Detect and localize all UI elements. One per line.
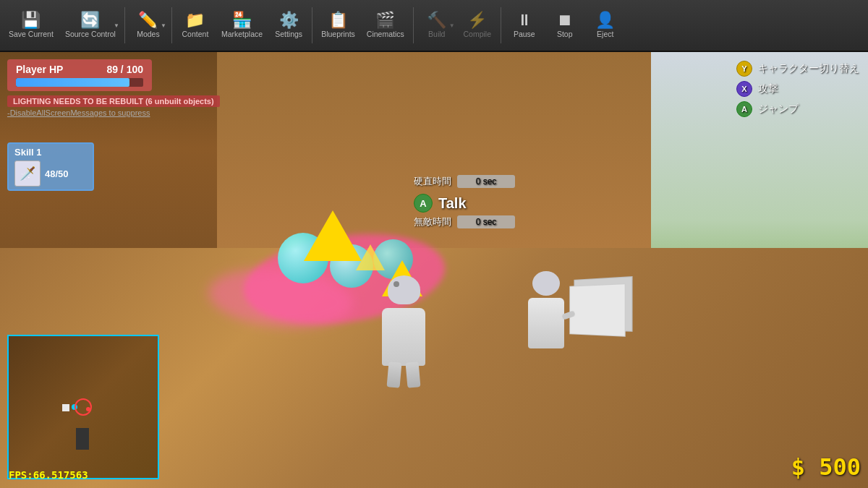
stun-label: 硬直時間	[414, 175, 451, 188]
modes-label: Modes	[137, 30, 160, 38]
marketplace-button[interactable]: 🏪 Marketplace	[216, 1, 268, 49]
lighting-warning: LIGHTING NEEDS TO BE REBUILT (6 unbuilt …	[7, 95, 220, 107]
compile-label: Compile	[464, 30, 492, 38]
pause-button[interactable]: ⏸ Pause	[504, 1, 545, 49]
stun-value: 0 sec	[476, 176, 497, 187]
toolbar-separator-1	[124, 7, 125, 43]
stun-timer-row: 硬直時間 0 sec	[414, 175, 515, 188]
content-icon: 📁	[185, 12, 205, 28]
eject-label: Eject	[597, 30, 613, 38]
source-control-dropdown-arrow: ▼	[114, 22, 119, 29]
save-current-button[interactable]: 💾 Save Current	[3, 1, 59, 49]
eject-button[interactable]: 👤 Eject	[585, 1, 626, 49]
toolbar-separator-3	[312, 7, 312, 43]
stop-button[interactable]: ⏹ Stop	[545, 1, 585, 49]
hp-values: 89 / 100	[106, 64, 143, 75]
hp-bar-background	[16, 78, 143, 87]
fps-counter: FPS:66.517563	[9, 469, 88, 481]
white-cube-object	[569, 283, 625, 337]
ctrl-char-switch-label: キャラクター切り替え	[758, 62, 859, 75]
lighting-warning-text: LIGHTING NEEDS TO BE REBUILT (6 unbuilt …	[13, 97, 214, 106]
controls-hud: Y キャラクター切り替え X 攻撃 A ジャンプ	[736, 61, 859, 121]
btn-y: Y	[736, 61, 752, 77]
yellow-triangle-3	[356, 244, 385, 270]
toolbar: 💾 Save Current 🔄 Source Control ▼ ✏️ Mod…	[0, 0, 868, 52]
enemy-label: 無敵時間	[414, 215, 451, 228]
minimap-object	[62, 404, 69, 411]
ctrl-jump: A ジャンプ	[736, 101, 859, 117]
center-hud: 硬直時間 0 sec A Talk 無敵時間 0 sec	[414, 175, 515, 234]
hp-label: Player HP	[16, 64, 63, 75]
ctrl-attack-label: 攻撃	[758, 82, 778, 95]
minimap	[7, 335, 159, 479]
cinematics-label: Cinematics	[367, 30, 404, 38]
talk-row: A Talk	[414, 194, 515, 213]
build-label: Build	[428, 30, 445, 38]
settings-icon: ⚙️	[279, 12, 299, 28]
skill-count: 48/50	[45, 168, 69, 179]
ctrl-char-switch: Y キャラクター切り替え	[736, 61, 859, 77]
fps-value: FPS:66.517563	[9, 469, 88, 481]
toolbar-separator-5	[501, 7, 501, 43]
eject-icon: 👤	[595, 12, 615, 28]
player-hp-panel: Player HP 89 / 100	[7, 59, 152, 91]
compile-icon: ⚡	[467, 12, 487, 28]
cinematics-icon: 🎬	[375, 12, 395, 28]
settings-button[interactable]: ⚙️ Settings	[268, 1, 309, 49]
settings-label: Settings	[275, 30, 302, 38]
source-control-label: Source Control	[65, 30, 116, 38]
suppress-text: -DisableAllScreenMessages to suppress	[7, 108, 150, 117]
skill-inner: 🗡️ 48/50	[14, 160, 87, 187]
hp-title-row: Player HP 89 / 100	[16, 64, 143, 75]
compile-button[interactable]: ⚡ Compile	[457, 1, 498, 49]
pause-label: Pause	[514, 30, 535, 38]
pause-icon: ⏸	[516, 12, 532, 28]
stun-value-box: 0 sec	[457, 175, 515, 188]
money-value: $ 500	[791, 453, 861, 481]
save-current-label: Save Current	[9, 30, 54, 38]
btn-x: X	[736, 81, 752, 97]
blueprints-label: Blueprints	[321, 30, 355, 38]
build-button[interactable]: 🔨 Build ▼	[417, 1, 457, 49]
skill-label: Skill 1	[14, 147, 87, 158]
enemy-value-box: 0 sec	[457, 215, 515, 228]
stop-icon: ⏹	[557, 12, 573, 28]
game-viewport[interactable]: Player HP 89 / 100 LIGHTING NEEDS TO BE …	[0, 52, 868, 488]
source-control-button[interactable]: 🔄 Source Control ▼	[59, 1, 122, 49]
hp-bar-fill	[16, 78, 129, 87]
stop-label: Stop	[557, 30, 573, 38]
yellow-triangle-1	[304, 210, 362, 261]
content-label: Content	[182, 30, 209, 38]
ctrl-jump-label: ジャンプ	[758, 103, 799, 116]
ctrl-attack: X 攻撃	[736, 81, 859, 97]
npc-body	[528, 298, 564, 348]
enemy-timer-row: 無敵時間 0 sec	[414, 215, 515, 228]
skill-icon: 🗡️	[14, 160, 41, 187]
talk-btn-a: A	[414, 194, 433, 213]
player-body	[382, 308, 425, 366]
player-head	[388, 275, 420, 304]
blueprints-icon: 📋	[328, 12, 348, 28]
save-icon: 💾	[21, 12, 41, 28]
toolbar-separator-2	[171, 7, 172, 43]
build-dropdown-arrow: ▼	[449, 22, 455, 29]
modes-dropdown-arrow: ▼	[161, 22, 166, 29]
blueprints-button[interactable]: 📋 Blueprints	[315, 1, 361, 49]
talk-label: Talk	[438, 195, 467, 212]
player-character	[382, 279, 425, 366]
marketplace-label: Marketplace	[221, 30, 263, 38]
modes-button[interactable]: ✏️ Modes ▼	[128, 1, 169, 49]
toolbar-separator-4	[413, 7, 414, 43]
marketplace-icon: 🏪	[232, 12, 252, 28]
minimap-dark-rect	[76, 428, 89, 450]
enemy-value: 0 sec	[476, 217, 497, 227]
skill-panel: Skill 1 🗡️ 48/50	[7, 142, 94, 191]
suppress-message[interactable]: -DisableAllScreenMessages to suppress	[7, 108, 150, 117]
npc-character	[528, 273, 564, 348]
player-leg-left	[387, 361, 402, 388]
content-button[interactable]: 📁 Content	[175, 1, 216, 49]
npc-head	[532, 271, 560, 296]
cinematics-button[interactable]: 🎬 Cinematics	[361, 1, 410, 49]
modes-icon: ✏️	[138, 12, 158, 28]
money-display: $ 500	[791, 453, 861, 481]
